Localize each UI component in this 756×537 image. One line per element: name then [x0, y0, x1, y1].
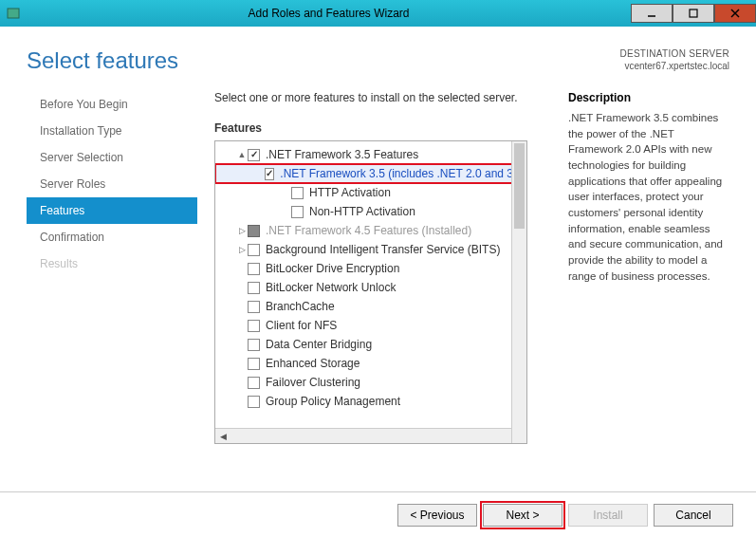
features-tree: ▲.NET Framework 3.5 Features.NET Framewo… [214, 140, 527, 444]
feature-checkbox[interactable] [248, 358, 260, 370]
feature-checkbox[interactable] [248, 225, 260, 237]
feature-checkbox[interactable] [248, 301, 260, 313]
close-button[interactable] [714, 4, 756, 23]
feature-label: Group Policy Management [266, 395, 400, 408]
destination-server-info: DESTINATION SERVER vcenter67.xpertstec.l… [619, 47, 729, 72]
feature-label: BitLocker Network Unlock [266, 281, 396, 294]
feature-checkbox[interactable] [291, 187, 304, 199]
step-features[interactable]: Features [27, 197, 197, 224]
feature-checkbox[interactable] [248, 282, 260, 294]
vertical-scrollbar[interactable] [511, 141, 526, 443]
horizontal-scrollbar[interactable]: ◀ ▶ [215, 428, 526, 443]
feature-checkbox[interactable] [248, 320, 260, 332]
feature-item[interactable]: HTTP Activation [215, 183, 526, 202]
feature-item[interactable]: Client for NFS [215, 316, 526, 335]
description-text: .NET Framework 3.5 combines the power of… [568, 110, 729, 284]
step-before-you-begin[interactable]: Before You Begin [27, 91, 197, 118]
feature-item[interactable]: ▲.NET Framework 3.5 Features [215, 145, 526, 164]
instruction-text: Select one or more features to install o… [214, 91, 549, 104]
expander-icon[interactable]: ▷ [236, 226, 248, 235]
feature-label: .NET Framework 4.5 Features (Installed) [266, 224, 471, 237]
wizard-footer: < Previous Next > Install Cancel [0, 491, 756, 537]
feature-label: BranchCache [266, 300, 335, 313]
window-title: Add Roles and Features Wizard [27, 7, 631, 20]
wizard-steps: Before You Begin Installation Type Serve… [27, 91, 197, 444]
feature-checkbox[interactable] [248, 339, 260, 351]
cancel-button[interactable]: Cancel [654, 504, 733, 527]
feature-item[interactable]: BitLocker Network Unlock [215, 278, 526, 297]
expander-icon[interactable]: ▲ [236, 150, 248, 159]
feature-item[interactable]: .NET Framework 3.5 (includes .NET 2.0 an… [215, 164, 526, 183]
step-results: Results [27, 250, 197, 277]
feature-item[interactable]: Non-HTTP Activation [215, 202, 526, 221]
scroll-left-icon[interactable]: ◀ [215, 429, 230, 443]
feature-item[interactable]: Failover Clustering [215, 373, 526, 392]
app-icon [6, 6, 21, 21]
feature-item[interactable]: BranchCache [215, 297, 526, 316]
feature-checkbox[interactable] [248, 244, 260, 256]
step-server-roles[interactable]: Server Roles [27, 171, 197, 197]
page-title: Select features [27, 47, 178, 74]
feature-label: Client for NFS [266, 319, 337, 332]
feature-label: Data Center Bridging [266, 338, 372, 351]
features-label: Features [214, 121, 549, 135]
description-label: Description [568, 91, 729, 104]
feature-label: Enhanced Storage [266, 357, 360, 370]
feature-label: BitLocker Drive Encryption [266, 262, 399, 275]
feature-item[interactable]: ▷Background Intelligent Transfer Service… [215, 240, 526, 259]
feature-checkbox[interactable] [291, 206, 304, 218]
maximize-button[interactable] [673, 4, 714, 23]
feature-item[interactable]: ▷.NET Framework 4.5 Features (Installed) [215, 221, 526, 240]
feature-label: Non-HTTP Activation [309, 205, 415, 218]
feature-checkbox[interactable] [265, 168, 274, 180]
feature-checkbox[interactable] [248, 396, 260, 408]
install-button: Install [568, 504, 648, 527]
step-server-selection[interactable]: Server Selection [27, 144, 197, 171]
title-bar: Add Roles and Features Wizard [0, 0, 756, 27]
next-button[interactable]: Next > [483, 504, 562, 527]
feature-checkbox[interactable] [248, 263, 260, 275]
feature-item[interactable]: Data Center Bridging [215, 335, 526, 354]
feature-checkbox[interactable] [248, 149, 260, 161]
feature-item[interactable]: Enhanced Storage [215, 354, 526, 373]
scroll-thumb[interactable] [514, 143, 525, 229]
step-confirmation[interactable]: Confirmation [27, 224, 197, 250]
feature-checkbox[interactable] [248, 377, 260, 389]
feature-item[interactable]: Group Policy Management [215, 392, 526, 411]
feature-label: .NET Framework 3.5 (includes .NET 2.0 an… [280, 167, 526, 180]
feature-label: Failover Clustering [266, 376, 360, 389]
feature-item[interactable]: BitLocker Drive Encryption [215, 259, 526, 278]
expander-icon[interactable]: ▷ [236, 245, 248, 254]
feature-label: Background Intelligent Transfer Service … [266, 243, 500, 256]
svg-rect-0 [8, 9, 19, 18]
svg-rect-2 [690, 9, 697, 17]
feature-label: .NET Framework 3.5 Features [266, 148, 418, 161]
step-installation-type[interactable]: Installation Type [27, 118, 197, 144]
feature-label: HTTP Activation [309, 186, 391, 199]
minimize-button[interactable] [631, 4, 673, 23]
previous-button[interactable]: < Previous [397, 504, 477, 527]
